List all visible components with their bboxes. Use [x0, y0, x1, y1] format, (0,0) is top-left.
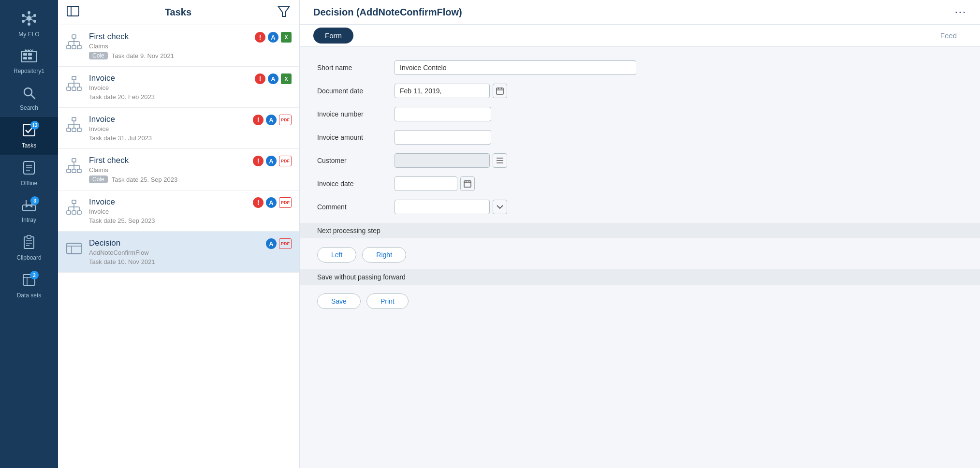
- sidebar-label-offline: Offline: [21, 180, 37, 187]
- tasks-title: Tasks: [165, 7, 191, 18]
- tab-feed[interactable]: Feed: [931, 26, 966, 45]
- my-elo-icon: [21, 11, 37, 29]
- sidebar-item-intray[interactable]: 3 Intray: [0, 192, 58, 229]
- task-item[interactable]: First check Claims Cole Task date 9. Nov…: [58, 25, 299, 67]
- task-badges: ! A X: [255, 73, 292, 84]
- sidebar-item-clipboard[interactable]: Clipboard: [0, 229, 58, 267]
- type-a-icon: A: [266, 156, 277, 166]
- task-date: Task date 10. Nov 2021: [89, 258, 155, 265]
- task-date: Task date 31. Jul 2023: [89, 134, 152, 142]
- svg-rect-17: [28, 57, 32, 59]
- document-date-label: Document date: [317, 87, 395, 95]
- customer-input[interactable]: [395, 153, 490, 168]
- task-item[interactable]: Invoice Invoice Task date 25. Sep 2023 !…: [58, 190, 299, 232]
- svg-rect-75: [67, 211, 71, 214]
- sidebar-item-search[interactable]: Search: [0, 80, 58, 117]
- invoice-date-field-group: [395, 176, 475, 191]
- svg-marker-37: [278, 7, 289, 16]
- type-a-icon: A: [268, 73, 278, 84]
- sidebar-label-my-elo: My ELO: [18, 31, 39, 38]
- svg-line-20: [31, 95, 35, 99]
- detail-panel: Decision (AddNoteConfirmFlow) ··· Form F…: [300, 0, 980, 468]
- task-name: Invoice: [89, 115, 249, 124]
- svg-point-5: [22, 20, 25, 23]
- type-a-icon: A: [266, 238, 277, 249]
- document-date-input[interactable]: [395, 84, 490, 98]
- sidebar-toggle-icon[interactable]: [67, 6, 79, 19]
- customer-list-icon[interactable]: [493, 153, 507, 168]
- comment-input[interactable]: [395, 200, 490, 214]
- task-item[interactable]: Invoice Invoice Task date 31. Jul 2023 !…: [58, 108, 299, 149]
- svg-rect-83: [67, 243, 81, 254]
- invoice-amount-input[interactable]: [395, 130, 491, 145]
- svg-rect-93: [464, 181, 471, 187]
- task-name: Invoice: [89, 197, 249, 207]
- sidebar-item-repository1[interactable]: ELO Repository1: [0, 44, 58, 80]
- task-item[interactable]: Invoice Invoice Task date 20. Feb 2023 !…: [58, 67, 299, 108]
- offline-icon: [22, 161, 36, 178]
- comment-dropdown-icon[interactable]: [493, 200, 507, 214]
- task-meta: Task date 10. Nov 2021: [89, 258, 262, 265]
- task-decision-icon: [66, 240, 82, 257]
- next-processing-btn-row: Left Right: [317, 247, 963, 263]
- svg-rect-48: [67, 87, 71, 90]
- task-item[interactable]: First check Claims Cole Task date 25. Se…: [58, 149, 299, 190]
- task-hierarchy-icon: [66, 34, 82, 50]
- svg-point-19: [24, 88, 32, 96]
- tab-form[interactable]: Form: [313, 28, 353, 44]
- sidebar-item-my-elo[interactable]: My ELO: [0, 5, 58, 44]
- svg-rect-47: [72, 76, 76, 80]
- sidebar-label-search: Search: [20, 104, 38, 111]
- sidebar-label-tasks: Tasks: [22, 142, 37, 149]
- task-badges: ! A PDF: [253, 197, 292, 208]
- clipboard-icon: [23, 235, 35, 252]
- sidebar-item-tasks[interactable]: 13 Tasks: [0, 117, 58, 155]
- datasets-badge: 2: [30, 271, 39, 279]
- detail-more-icon[interactable]: ···: [955, 6, 966, 18]
- svg-rect-65: [72, 159, 76, 162]
- invoice-number-label: Invoice number: [317, 110, 395, 118]
- form-row-customer: Customer: [317, 153, 963, 168]
- pdf-icon: PDF: [279, 197, 292, 208]
- invoice-number-input[interactable]: [395, 107, 491, 121]
- task-meta: Cole Task date 25. Sep 2023: [89, 176, 249, 183]
- task-content: First check Claims Cole Task date 9. Nov…: [89, 32, 251, 59]
- main-area: Tasks: [58, 0, 980, 468]
- tasks-panel: Tasks: [58, 0, 300, 468]
- save-button[interactable]: Save: [317, 293, 361, 309]
- invoice-date-input[interactable]: [395, 176, 457, 191]
- excel-icon: X: [281, 32, 292, 43]
- invoice-date-calendar-icon[interactable]: [460, 176, 475, 191]
- sidebar-item-datasets[interactable]: 2 Data sets: [0, 267, 58, 305]
- svg-rect-59: [77, 128, 81, 132]
- sidebar-item-offline[interactable]: Offline: [0, 155, 58, 192]
- task-badges: ! A PDF: [253, 156, 292, 166]
- customer-field-group: [395, 153, 507, 168]
- filter-icon[interactable]: [277, 5, 291, 20]
- svg-rect-14: [23, 53, 27, 56]
- calendar-icon[interactable]: [493, 84, 507, 98]
- document-date-field-group: [395, 84, 507, 98]
- detail-form-content: Short name Document date: [300, 47, 980, 468]
- pdf-icon: PDF: [279, 238, 292, 249]
- sidebar-label-intray: Intray: [22, 217, 36, 223]
- short-name-input[interactable]: [395, 60, 636, 75]
- svg-rect-40: [72, 45, 76, 49]
- repository-icon: ELO: [21, 49, 37, 66]
- task-item-selected[interactable]: Decision AddNoteConfirmFlow Task date 10…: [58, 232, 299, 273]
- print-button[interactable]: Print: [366, 293, 409, 309]
- task-content: Invoice Invoice Task date 20. Feb 2023: [89, 73, 251, 101]
- left-button[interactable]: Left: [317, 247, 356, 263]
- task-date: Task date 25. Sep 2023: [112, 176, 178, 183]
- task-tag: Cole: [89, 52, 108, 59]
- task-meta: Cole Task date 9. Nov 2021: [89, 52, 251, 59]
- task-sub: Invoice: [89, 84, 251, 91]
- task-badges: ! A PDF: [253, 115, 292, 125]
- form-row-invoice-number: Invoice number: [317, 107, 963, 121]
- right-button[interactable]: Right: [362, 247, 406, 263]
- invoice-amount-label: Invoice amount: [317, 133, 395, 141]
- detail-tabs: Form Feed: [300, 25, 980, 47]
- task-name: Invoice: [89, 73, 251, 83]
- tasks-badge: 13: [30, 121, 39, 130]
- svg-rect-39: [67, 45, 71, 49]
